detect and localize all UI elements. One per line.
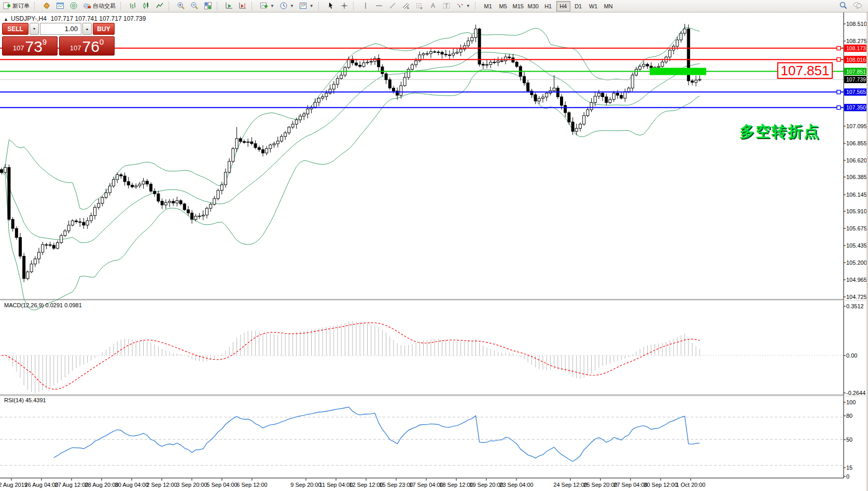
volume-decrease-button[interactable]: ▼	[30, 23, 39, 35]
time-tick-label: 11 Sep 04:00	[319, 482, 353, 488]
chart-shift-button[interactable]	[236, 1, 249, 11]
vertical-line-button[interactable]	[359, 1, 372, 11]
price-tick-label: 105.675	[846, 225, 867, 231]
search-button[interactable]	[837, 1, 850, 11]
toolbar-grip	[251, 2, 255, 10]
macd-panel: MACD(12,26,9) 0.0291 0.09810.35120.00-0.…	[0, 302, 865, 396]
price-tick-label: 107.095	[846, 123, 867, 129]
ask-price-button[interactable]: 107 76 0	[59, 36, 115, 56]
zoom-in-button[interactable]	[175, 1, 187, 11]
volume-increase-button[interactable]: ▲	[82, 23, 92, 35]
tile-windows-button[interactable]	[202, 1, 214, 11]
time-axis: 22 Aug 201926 Aug 04:0027 Aug 12:0028 Au…	[0, 479, 705, 488]
template-icon	[299, 2, 307, 11]
timeframe-w1[interactable]: W1	[586, 1, 600, 11]
price-tick-label: 108.275	[846, 38, 867, 44]
timeframe-m15[interactable]: M15	[511, 1, 525, 11]
autotrading-button[interactable]: 自动交易	[81, 1, 118, 11]
price-tick-label: 106.385	[846, 174, 867, 180]
price-level-tag: 108.173	[846, 45, 866, 51]
equidistant-channel-icon: E	[402, 2, 410, 11]
rsi-tick-label: 100	[846, 399, 856, 405]
horizontal-line-button[interactable]	[373, 1, 385, 11]
cursor-icon	[327, 2, 335, 11]
price-level-text-box[interactable]: 107.851	[777, 62, 833, 79]
timeframe-h1[interactable]: H1	[541, 1, 555, 11]
macd-tick-label: 0.00	[846, 352, 857, 359]
new-order-button[interactable]: 新订单	[1, 1, 32, 11]
arrows-icon	[456, 2, 464, 11]
timeframe-h4[interactable]: H4	[556, 1, 570, 11]
zoom-out-button[interactable]	[188, 1, 201, 11]
templates-button[interactable]: ▼	[297, 1, 316, 11]
signals-button[interactable]	[67, 1, 80, 11]
time-tick-label: 17 Sep 04:00	[409, 482, 443, 488]
svg-text:E: E	[407, 6, 409, 9]
time-tick-label: 30 Aug 04:00	[115, 482, 149, 488]
trendline-button[interactable]	[386, 1, 399, 11]
turning-point-annotation[interactable]: 多空转折点	[739, 121, 820, 142]
price-tick-label: 105.435	[846, 242, 867, 249]
timeframe-mn[interactable]: MN	[601, 1, 615, 11]
svg-text:F: F	[421, 7, 423, 10]
text-label-button[interactable]: T	[440, 1, 453, 11]
timeframe-m5[interactable]: M5	[496, 1, 510, 11]
chart-symbol-period: USDJPY-,H4	[11, 15, 47, 22]
ask-price-pip: 0	[100, 37, 104, 46]
text-button[interactable]: A	[427, 1, 439, 11]
crosshair-button[interactable]	[338, 1, 351, 11]
new-order-label: 新订单	[12, 2, 30, 10]
bar-chart-button[interactable]	[127, 1, 139, 11]
data-window-button[interactable]	[40, 1, 53, 11]
rsi-panel: RSI(14) 45.43911008050150	[0, 397, 856, 480]
channel-button[interactable]: E	[400, 1, 412, 11]
svg-text:A: A	[431, 2, 435, 9]
bid-price-pip: 9	[43, 37, 47, 46]
time-tick-label: 23 Sep 04:00	[499, 482, 533, 488]
price-tick-label: 104.965	[846, 277, 867, 283]
time-tick-label: 3 Sep 20:00	[176, 482, 207, 488]
price-level-lines	[0, 46, 844, 109]
sell-button[interactable]: SELL	[2, 23, 29, 35]
timeframe-m30[interactable]: M30	[526, 1, 540, 11]
timeframe-d1[interactable]: D1	[571, 1, 585, 11]
time-tick-label: 6 Sep 12:00	[236, 482, 267, 488]
zoom-in-icon	[177, 2, 185, 11]
line-chart-button[interactable]	[153, 1, 166, 11]
time-tick-label: 24 Sep 12:00	[553, 482, 587, 488]
chart-ohlc-values: 107.717 107.741 107.717 107.739	[51, 15, 146, 22]
timeframe-m1[interactable]: M1	[481, 1, 495, 11]
indicators-button[interactable]: ▼	[258, 1, 276, 11]
toolbar-grip	[318, 2, 322, 10]
chat-button[interactable]	[851, 1, 864, 11]
time-tick-label: 18 Sep 12:00	[439, 482, 473, 488]
clock-icon	[279, 2, 288, 11]
price-tick-label: 106.145	[846, 192, 867, 198]
volume-input[interactable]: 1.00	[40, 23, 81, 35]
price-tick-label: 106.855	[846, 140, 867, 146]
crosshair-icon	[340, 2, 348, 11]
rsi-label: RSI(14) 45.4391	[4, 397, 46, 403]
macd-tick-label: 0.3512	[846, 303, 864, 309]
toolbar-grip	[169, 2, 172, 10]
window-chart-icon	[56, 2, 64, 11]
buy-button[interactable]: BUY	[93, 23, 115, 35]
candlestick-chart-button[interactable]	[140, 1, 152, 11]
cursor-button[interactable]	[325, 1, 337, 11]
auto-scroll-button[interactable]	[223, 1, 235, 11]
periods-button[interactable]: ▼	[277, 1, 296, 11]
panel-frames	[0, 12, 868, 478]
chart-canvas: 108.510108.275107.095106.855106.620106.3…	[0, 0, 868, 491]
ask-price-big: 76	[82, 40, 99, 53]
navigator-button[interactable]	[54, 1, 66, 11]
macd-tick-label: -0.2644	[846, 390, 865, 396]
dropdown-arrow-icon: ▼	[310, 4, 314, 8]
collapse-panel-icon[interactable]: ▲	[4, 17, 8, 22]
time-tick-label: 19 Sep 20:00	[469, 482, 503, 488]
dropdown-arrow-icon: ▼	[290, 4, 294, 8]
autotrading-label: 自动交易	[93, 2, 116, 10]
bid-price-button[interactable]: 107 73 9	[2, 36, 58, 56]
time-tick-label: 22 Aug 2019	[0, 482, 27, 488]
fibonacci-button[interactable]: F	[413, 1, 426, 11]
arrows-button[interactable]: ▼	[454, 1, 472, 11]
